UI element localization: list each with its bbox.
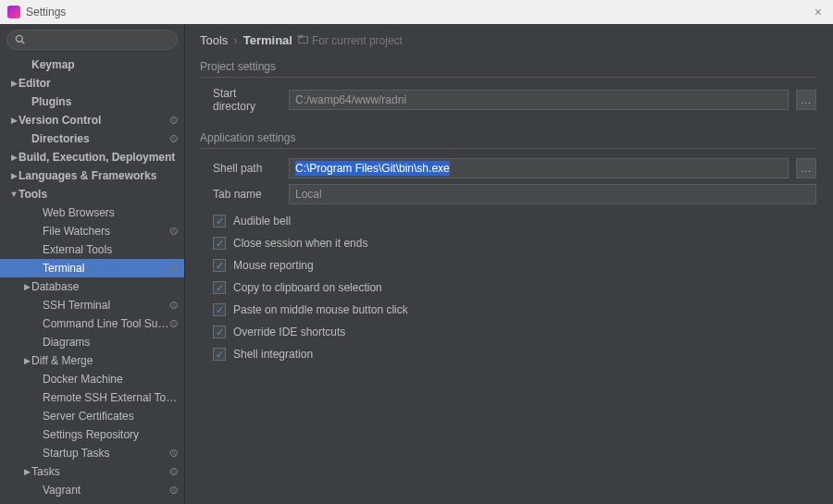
chevron-icon: ▶ — [22, 467, 31, 476]
sidebar-item-startup-tasks[interactable]: Startup Tasks⭙ — [0, 444, 184, 462]
search-field[interactable] — [31, 33, 169, 46]
sidebar-item-label: Version Control — [19, 114, 169, 127]
checkbox[interactable]: ✓ — [213, 348, 226, 361]
sidebar-item-command-line-tool-support[interactable]: Command Line Tool Support⭙ — [0, 314, 184, 333]
settings-tree: Keymap▶EditorPlugins▶Version Control⭙Dir… — [0, 55, 184, 504]
svg-line-1 — [22, 41, 25, 43]
sidebar-item-remote-ssh-external-tools[interactable]: Remote SSH External Tools — [0, 388, 184, 407]
sidebar-item-diagrams[interactable]: Diagrams — [0, 333, 184, 351]
sidebar-item-label: Database — [31, 280, 179, 293]
breadcrumb-part: Tools — [200, 33, 228, 47]
project-scope-icon: ⭙ — [169, 227, 179, 237]
sidebar-item-label: Remote SSH External Tools — [43, 391, 179, 404]
field-label: Start directory — [200, 87, 281, 113]
checkbox-label: Shell integration — [233, 348, 313, 361]
sidebar-item-languages-frameworks[interactable]: ▶Languages & Frameworks — [0, 166, 184, 185]
checkbox[interactable]: ✓ — [213, 281, 226, 294]
sidebar-item-label: Docker Machine — [43, 373, 179, 386]
sidebar-item-label: Web Browsers — [43, 206, 179, 219]
chevron-icon: ▶ — [22, 282, 31, 291]
checkbox-row: ✓Shell integration — [200, 343, 816, 365]
sidebar-item-tasks[interactable]: ▶Tasks⭙ — [0, 462, 184, 481]
tab-name-input[interactable] — [289, 184, 816, 204]
sidebar-item-file-watchers[interactable]: File Watchers⭙ — [0, 222, 184, 240]
project-scope-icon: ⭙ — [169, 486, 179, 496]
sidebar-item-terminal[interactable]: Terminal⭙ — [0, 259, 184, 277]
project-scope-label: For current project — [298, 34, 403, 47]
sidebar-item-keymap[interactable]: Keymap — [0, 55, 184, 74]
section-application-settings: Application settings — [200, 131, 816, 149]
chevron-icon: ▶ — [9, 171, 19, 180]
project-scope-icon: ⭙ — [169, 467, 179, 477]
breadcrumb: Tools › Terminal For current project — [200, 33, 816, 47]
sidebar-item-build-execution-deployment[interactable]: ▶Build, Execution, Deployment — [0, 148, 184, 166]
checkbox-row: ✓Audible bell — [200, 210, 816, 232]
sidebar-item-docker-machine[interactable]: Docker Machine — [0, 370, 184, 388]
sidebar-item-label: Plugins — [31, 95, 179, 108]
chevron-icon: ▶ — [9, 116, 19, 125]
sidebar-item-settings-repository[interactable]: Settings Repository — [0, 425, 184, 444]
project-scope-icon: ⭙ — [169, 134, 179, 144]
sidebar-item-label: Directories — [31, 132, 169, 145]
sidebar-item-server-certificates[interactable]: Server Certificates — [0, 407, 184, 425]
field-label: Tab name — [200, 188, 281, 201]
checkbox-row: ✓Override IDE shortcuts — [200, 321, 816, 343]
checkbox-label: Audible bell — [233, 215, 291, 227]
browse-button[interactable]: ... — [796, 90, 816, 110]
sidebar-item-label: Editor — [19, 77, 179, 90]
sidebar-item-label: External Tools — [43, 243, 179, 256]
sidebar-item-ssh-terminal[interactable]: SSH Terminal⭙ — [0, 296, 184, 314]
sidebar-item-label: Command Line Tool Support — [43, 317, 169, 330]
checkbox[interactable]: ✓ — [213, 215, 226, 227]
title-bar: Settings × — [0, 0, 833, 24]
settings-sidebar: Keymap▶EditorPlugins▶Version Control⭙Dir… — [0, 24, 185, 504]
sidebar-item-plugins[interactable]: Plugins — [0, 92, 184, 111]
field-label: Shell path — [200, 162, 281, 175]
chevron-icon: ▶ — [22, 356, 31, 365]
shell-path-input[interactable]: C:\Program Files\Git\bin\sh.exe — [289, 158, 789, 178]
close-icon[interactable]: × — [811, 5, 826, 19]
breadcrumb-sep: › — [233, 33, 237, 47]
checkbox-row: ✓Close session when it ends — [200, 232, 816, 254]
sidebar-item-label: Settings Repository — [43, 428, 179, 441]
sidebar-item-directories[interactable]: Directories⭙ — [0, 129, 184, 148]
checkbox-row: ✓Copy to clipboard on selection — [200, 277, 816, 299]
sidebar-item-database[interactable]: ▶Database — [0, 277, 184, 296]
window-title: Settings — [26, 6, 66, 18]
checkbox-row: ✓Paste on middle mouse button click — [200, 299, 816, 321]
checkbox-label: Mouse reporting — [233, 259, 314, 272]
checkbox[interactable]: ✓ — [213, 326, 226, 338]
project-scope-icon: ⭙ — [169, 301, 179, 311]
chevron-icon: ▶ — [9, 79, 19, 88]
sidebar-item-editor[interactable]: ▶Editor — [0, 74, 184, 92]
sidebar-item-label: Server Certificates — [43, 410, 179, 423]
project-scope-icon: ⭙ — [169, 116, 179, 126]
sidebar-item-label: Terminal — [43, 262, 169, 275]
sidebar-item-tools[interactable]: ▼Tools — [0, 185, 184, 203]
chevron-icon: ▼ — [9, 190, 19, 199]
sidebar-item-label: Diagrams — [43, 336, 179, 349]
project-scope-icon: ⭙ — [169, 264, 179, 274]
checkbox-label: Override IDE shortcuts — [233, 326, 345, 338]
sidebar-item-external-tools[interactable]: External Tools — [0, 240, 184, 259]
field-start-directory: Start directory ... — [200, 87, 816, 113]
chevron-icon: ▶ — [9, 153, 19, 162]
project-scope-icon: ⭙ — [169, 319, 179, 329]
browse-button[interactable]: ... — [796, 158, 816, 178]
sidebar-item-vagrant[interactable]: Vagrant⭙ — [0, 481, 184, 499]
search-input[interactable] — [6, 30, 178, 50]
checkbox[interactable]: ✓ — [213, 237, 226, 250]
start-directory-input[interactable] — [289, 90, 789, 110]
sidebar-item-web-browsers[interactable]: Web Browsers — [0, 203, 184, 222]
svg-point-0 — [16, 35, 22, 42]
project-scope-icon: ⭙ — [169, 449, 179, 459]
checkbox[interactable]: ✓ — [213, 259, 226, 272]
checkbox[interactable]: ✓ — [213, 303, 226, 316]
checkbox-label: Close session when it ends — [233, 237, 367, 250]
sidebar-item-label: File Watchers — [43, 225, 169, 238]
sidebar-item-label: Tasks — [31, 465, 169, 478]
sidebar-item-label: Keymap — [31, 58, 179, 71]
field-shell-path: Shell path C:\Program Files\Git\bin\sh.e… — [200, 158, 816, 178]
sidebar-item-version-control[interactable]: ▶Version Control⭙ — [0, 111, 184, 129]
sidebar-item-diff-merge[interactable]: ▶Diff & Merge — [0, 351, 184, 370]
